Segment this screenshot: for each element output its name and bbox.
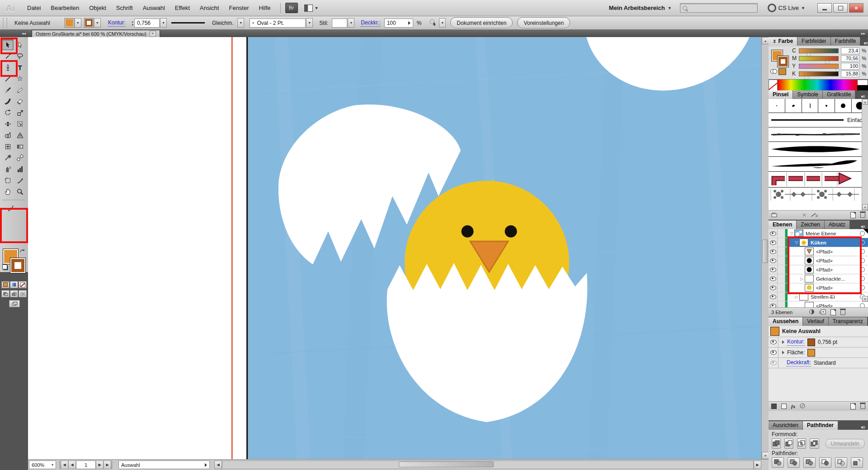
- delete-layer-icon[interactable]: [840, 310, 845, 315]
- shape-builder-tool[interactable]: [2, 130, 14, 141]
- channel-y-marker[interactable]: [835, 68, 840, 71]
- new-layer-icon[interactable]: [830, 309, 836, 315]
- rotate-tool[interactable]: [2, 107, 14, 118]
- menu-effekt[interactable]: Effekt: [170, 3, 195, 13]
- fill-dropdown-button[interactable]: ▾: [75, 18, 81, 28]
- layer-name[interactable]: <Pfad>: [816, 303, 860, 308]
- layer-row-pfad-2[interactable]: <Pfad>: [769, 256, 868, 265]
- mesh-tool[interactable]: [2, 141, 14, 152]
- tab-ebenen[interactable]: Ebenen: [769, 221, 797, 229]
- gamut-color-swatch[interactable]: [778, 68, 786, 75]
- channel-k-marker[interactable]: [804, 76, 809, 79]
- stroke-color-swatch[interactable]: [84, 18, 94, 28]
- pencil-tool[interactable]: [14, 85, 26, 95]
- menu-schrift[interactable]: Schrift: [111, 3, 138, 13]
- knife-tool[interactable]: [5, 202, 16, 213]
- menu-fenster[interactable]: Fenster: [224, 3, 254, 13]
- toolbar-collapse-button[interactable]: ◂◂: [0, 30, 28, 37]
- spin-up-icon[interactable]: ▴: [132, 20, 133, 23]
- eyedropper-tool[interactable]: [2, 152, 14, 163]
- artboard-tool[interactable]: [2, 175, 14, 186]
- channel-k-slider[interactable]: [799, 71, 839, 76]
- next-page-button[interactable]: ▶: [96, 461, 104, 469]
- channel-c-slider[interactable]: [799, 48, 839, 53]
- pen-tool[interactable]: [2, 62, 14, 73]
- style-field[interactable]: [332, 19, 347, 28]
- expand-button[interactable]: Umwandeln: [826, 439, 865, 448]
- brush-row-charcoal[interactable]: [769, 127, 868, 142]
- visibility-toggle[interactable]: [769, 238, 778, 247]
- menu-objekt[interactable]: Objekt: [84, 3, 111, 13]
- brush-libraries-icon[interactable]: [771, 212, 778, 218]
- layer-row-pfad-5[interactable]: <Pfad>: [769, 301, 868, 307]
- tab-absatz[interactable]: Absatz: [825, 221, 850, 229]
- fill-swatch[interactable]: [807, 349, 815, 357]
- swap-fill-stroke-button[interactable]: [19, 248, 25, 256]
- screen-mode-button[interactable]: [9, 300, 20, 307]
- page-number-field[interactable]: 1: [76, 461, 96, 469]
- brushes-panel-menu-icon[interactable]: ▾≡: [858, 94, 868, 99]
- tab-symbole[interactable]: Symbole: [793, 90, 823, 99]
- channel-y-value[interactable]: 100: [841, 63, 859, 70]
- delete-item-icon[interactable]: [860, 404, 865, 409]
- layer-name[interactable]: <Pfad>: [816, 249, 860, 254]
- lock-toggle[interactable]: [778, 229, 785, 238]
- vertical-scrollbar[interactable]: ▲ ▼: [761, 37, 769, 459]
- menu-ansicht[interactable]: Ansicht: [195, 3, 224, 13]
- dock-collapse-button[interactable]: ▸▸: [769, 30, 868, 37]
- lasso-tool[interactable]: [14, 51, 26, 61]
- scroll-left-button[interactable]: ◀: [214, 461, 222, 469]
- pathfinder-panel-menu-icon[interactable]: ▾≡: [858, 425, 868, 430]
- layer-name[interactable]: <Pfad>: [816, 285, 860, 291]
- restore-button[interactable]: [833, 3, 848, 13]
- opacity-slider-arrow[interactable]: [408, 21, 410, 25]
- shape-mode-unite-button[interactable]: [772, 438, 781, 449]
- lock-toggle[interactable]: [778, 265, 785, 274]
- pathfinder-minus-back-button[interactable]: [851, 457, 863, 468]
- lock-toggle[interactable]: [778, 283, 785, 292]
- scroll-up-button[interactable]: ▲: [762, 37, 769, 44]
- stroke-weight-input[interactable]: 0,756: [134, 19, 160, 28]
- layer-row-pfad-4[interactable]: <Pfad>: [769, 283, 868, 292]
- layer-name[interactable]: Geknackte...: [816, 276, 860, 282]
- perspective-grid-tool[interactable]: [14, 130, 26, 141]
- tab-pathfinder[interactable]: Pathfinder: [803, 421, 838, 430]
- shape-mode-intersect-button[interactable]: [797, 438, 806, 449]
- target-icon[interactable]: [860, 276, 865, 281]
- none-mode-button[interactable]: [19, 281, 27, 288]
- layers-scroll-down[interactable]: ▼: [862, 296, 868, 302]
- layer-row-streifen-ei[interactable]: ▷ Streifen-Ei: [769, 292, 868, 301]
- star-shape-tool[interactable]: ☆: [14, 73, 26, 84]
- horizontal-scrollbar[interactable]: [222, 461, 754, 469]
- stroke-swatch[interactable]: [807, 338, 815, 346]
- appearance-opacity-row[interactable]: Deckkraft: Standard: [769, 358, 868, 368]
- disclosure-icon[interactable]: ▷: [794, 295, 799, 299]
- workspace-switcher[interactable]: Mein Arbeitsbereich ▼: [609, 5, 672, 11]
- black-white-swatches[interactable]: [857, 80, 868, 90]
- tab-verlauf[interactable]: Verlauf: [803, 317, 828, 326]
- visibility-toggle[interactable]: [769, 358, 778, 368]
- lock-toggle[interactable]: [778, 238, 785, 247]
- delete-brush-icon[interactable]: [860, 212, 865, 218]
- duplicate-item-icon[interactable]: [850, 403, 856, 409]
- horizontal-scroll-thumb[interactable]: [399, 461, 494, 467]
- visibility-toggle[interactable]: [769, 274, 778, 283]
- brushes-scroll-up[interactable]: ▲: [862, 99, 868, 105]
- layer-name[interactable]: Meine Ebene: [806, 231, 860, 236]
- tab-farbfelder[interactable]: Farbfelder: [797, 37, 831, 46]
- tab-close-button[interactable]: ×: [150, 31, 156, 37]
- new-sublayer-icon[interactable]: [819, 309, 826, 315]
- tab-farbe[interactable]: ⇕ Farbe: [769, 37, 797, 46]
- hand-tool[interactable]: [2, 186, 14, 197]
- document-tab[interactable]: Ostern Grußkarte.ai* bei 600 % (CMYK/Vor…: [32, 30, 160, 37]
- expand-icon[interactable]: [782, 351, 784, 354]
- visibility-toggle[interactable]: [769, 265, 778, 274]
- out-of-gamut-icon[interactable]: [770, 68, 777, 76]
- visibility-toggle[interactable]: [769, 337, 778, 347]
- vertical-scroll-thumb[interactable]: [762, 240, 768, 263]
- channel-m-value[interactable]: 70,56: [841, 55, 859, 62]
- target-icon[interactable]: [860, 249, 865, 254]
- appearance-fill-row[interactable]: Fläche:: [769, 348, 868, 358]
- eraser-tool[interactable]: [14, 96, 26, 107]
- disclosure-icon[interactable]: ▽: [794, 240, 799, 245]
